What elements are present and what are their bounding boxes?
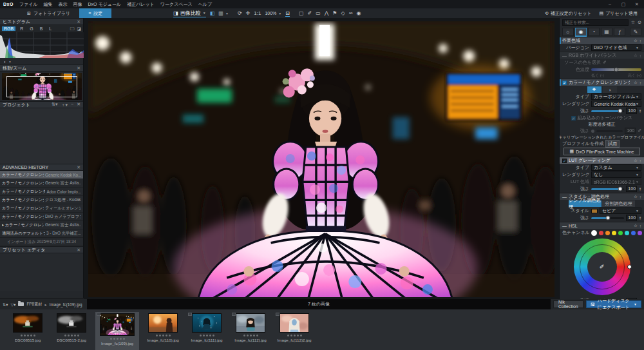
history-item[interactable]: カラー / モノクロレンダリング - レ...ティールとオレンジ xyxy=(0,204,83,213)
bw-mode-button[interactable]: ◑ xyxy=(603,86,617,93)
thumbnail-image[interactable] xyxy=(13,313,43,333)
star-rating[interactable] xyxy=(156,335,171,336)
close-icon[interactable]: ✕ xyxy=(77,165,80,170)
highlight-clipping-icon[interactable]: ▪ xyxy=(9,59,10,64)
tab-fx[interactable]: ƒ xyxy=(614,28,625,36)
lut-type-select[interactable]: カスタム▼ xyxy=(591,164,641,171)
hsl-channel-dot[interactable] xyxy=(605,231,610,235)
folder-name[interactable]: FP8素材 xyxy=(26,302,42,307)
filmstrip-thumbnail[interactable]: Image_fc(110).jpg xyxy=(143,312,183,342)
star-icon[interactable]: ☆ xyxy=(634,80,638,85)
star-rating[interactable] xyxy=(21,335,35,336)
color-mode-button[interactable]: ❖ xyxy=(587,86,601,93)
menu-item[interactable]: 編集 xyxy=(44,1,53,8)
histogram-channel-b[interactable]: B xyxy=(38,26,45,31)
shadow-clipping-icon[interactable]: ◖ xyxy=(3,59,6,64)
close-icon[interactable]: ✕ xyxy=(77,248,80,253)
hsl-channel-dot[interactable] xyxy=(599,231,603,235)
tab-light[interactable]: ☼ xyxy=(562,28,574,36)
menu-item[interactable]: ワークスペース xyxy=(160,1,193,8)
picker-icon[interactable]: ✐ xyxy=(638,128,641,133)
menu-item[interactable]: ファイル xyxy=(19,1,38,8)
menu-item[interactable]: DxO モジュール xyxy=(88,1,122,8)
enabled-checkbox[interactable]: ✓ xyxy=(562,159,567,163)
close-icon[interactable]: ✕ xyxy=(77,19,80,24)
thumbnail-image[interactable] xyxy=(192,313,222,333)
filter-icon[interactable]: ▽▾ xyxy=(10,302,15,307)
thumbnail-image[interactable] xyxy=(279,313,309,333)
collapse-icon[interactable]: ↑ xyxy=(639,53,641,58)
oversaturation-slider[interactable] xyxy=(596,130,623,132)
rendering-select[interactable]: Generic Kodak Kodachrom...▼ xyxy=(591,101,641,107)
whitebalance-picker-icon[interactable]: ✐ xyxy=(308,10,312,16)
layout-select[interactable]: ▥▼ xyxy=(218,10,229,16)
crop-icon[interactable]: ▢ xyxy=(299,10,304,16)
menu-item[interactable]: ヘルプ xyxy=(198,1,213,8)
zoom-level-select[interactable]: 100%▼ xyxy=(265,11,281,15)
thumbnail-image[interactable] xyxy=(57,313,86,333)
history-item[interactable]: ▸ カラー / モノクロレンダリン...Generic 富士 Astia... xyxy=(0,221,83,229)
histogram-channel-l[interactable]: L xyxy=(47,26,53,31)
hsl-channel-dot[interactable] xyxy=(625,231,629,235)
reset-corrections-button[interactable]: ⟲ 補正設定のリセット xyxy=(541,10,596,17)
flag-icon[interactable]: ⚑ xyxy=(332,10,337,16)
navigator-thumbnail[interactable] xyxy=(2,73,82,100)
remove-project-icon[interactable]: − xyxy=(71,102,73,108)
star-icon[interactable]: ☆ xyxy=(634,158,638,163)
history-item[interactable]: カラー / モノクロレンダリン...Generic 富士 Astia... xyxy=(0,179,83,188)
stepper-icon[interactable]: ▲▼ xyxy=(639,109,641,113)
filmstrip-thumbnail[interactable]: DSC08515.jpg xyxy=(8,312,48,342)
thumbnail-image[interactable] xyxy=(148,313,178,333)
thumbnail-image[interactable] xyxy=(236,313,265,333)
star-icon[interactable]: ☆ xyxy=(634,38,638,43)
filmpack-timemachine-button[interactable]: ▦ DxO FilmPack Time Machine xyxy=(564,148,640,155)
lut-rendering-select[interactable]: なし▼ xyxy=(591,171,641,178)
simple-toning-tab[interactable]: シンプル調色処理 xyxy=(569,200,601,207)
star-rating[interactable] xyxy=(287,335,302,336)
star-icon[interactable]: ☆ xyxy=(634,53,638,58)
trial-badge[interactable]: 試用 xyxy=(605,140,620,148)
menu-item[interactable]: 補正パレット xyxy=(127,1,155,8)
redeye-icon[interactable]: ▭ xyxy=(316,10,321,16)
hsl-color-wheel[interactable]: ✐ xyxy=(574,238,630,295)
tab-color[interactable]: ◉ xyxy=(575,28,587,36)
fit-screen-icon[interactable]: ⊡ xyxy=(285,10,290,17)
chain-icon[interactable]: ∞ xyxy=(349,10,353,16)
stepper-icon[interactable]: ▲▼ xyxy=(639,216,641,220)
add-project-icon[interactable]: ＋▾ xyxy=(61,102,68,108)
star-icon[interactable]: ☆ xyxy=(634,223,638,228)
history-item[interactable]: カラー / モノクロレンダリング...Adox Color Implo... xyxy=(0,188,83,196)
working-colorspace-header[interactable]: 作業色域 ☆↑ xyxy=(560,37,644,44)
star-rating[interactable] xyxy=(110,338,125,340)
search-input[interactable] xyxy=(562,19,629,26)
style-intensity-value[interactable]: 100 xyxy=(626,215,637,221)
style-intensity-slider[interactable] xyxy=(591,217,624,219)
filmstrip-thumbnail[interactable]: Image_fc(111).jpg xyxy=(187,312,227,342)
hsl-channel-dot[interactable] xyxy=(631,231,636,235)
collapse-icon[interactable]: ↑ xyxy=(639,159,641,163)
show-corrections-icon[interactable]: ◉ xyxy=(356,10,361,16)
star-rating[interactable] xyxy=(64,335,79,336)
tone-balance-checkbox[interactable]: ✓ xyxy=(571,116,576,121)
main-photo[interactable] xyxy=(88,21,554,297)
temperature-slider[interactable] xyxy=(591,68,641,71)
history-item[interactable]: カラー / モノクロレンダリング...DxO カメラプロファイ... xyxy=(0,213,83,221)
white-balance-header[interactable]: —RGB ホワイトバランス ☆↑ xyxy=(560,52,644,59)
tab-detail[interactable]: ▦ xyxy=(601,28,612,36)
hsl-channel-dot[interactable] xyxy=(638,231,642,235)
tab-local-adjust[interactable]: ✎ xyxy=(630,28,641,36)
hsl-channel-dot[interactable] xyxy=(591,230,597,236)
monitor-icon[interactable]: 🖵 xyxy=(70,26,75,32)
rendering-type-select[interactable]: カラーポジフィルム▼ xyxy=(591,93,641,100)
close-icon[interactable]: ✕ xyxy=(77,66,80,71)
filmstrip-thumbnail[interactable]: DSC08515-2.jpg xyxy=(52,312,91,342)
filmstrip-thumbnail[interactable]: Image_fc(109).jpg xyxy=(95,312,139,350)
star-rating[interactable] xyxy=(243,335,258,336)
compare-button[interactable]: ◨ 画像比較▼ xyxy=(173,10,206,17)
sort-icon[interactable]: ⇅▾ xyxy=(52,102,57,108)
tab-photolibrary[interactable]: ⊞ フォトライブラリ xyxy=(18,8,79,18)
histogram-channel-r[interactable]: R xyxy=(18,26,25,31)
colorspace-select[interactable]: DxO ワイド色域▼ xyxy=(591,44,641,51)
wheel-eyedropper-icon[interactable]: ✐ xyxy=(600,264,605,270)
color-rendering-header[interactable]: ✓ カラー / モノクロレンダリング ☆↑ xyxy=(560,79,644,86)
